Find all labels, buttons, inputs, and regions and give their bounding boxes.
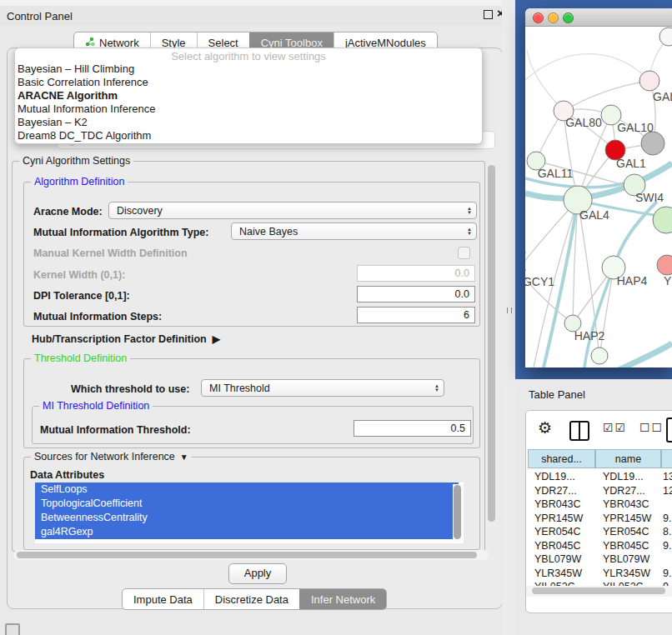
settings-horizontal-scrollbar[interactable] [13,550,489,560]
group-title: MI Threshold Definition [39,400,153,412]
mi-threshold-label: Mutual Information Threshold: [40,424,191,436]
group-title: Algorithm Definition [31,176,128,188]
network-node[interactable] [657,255,672,275]
group-title: Cyni Algorithm Settings [19,155,133,167]
table-row[interactable]: YDL19...YDL19...13 [526,470,672,484]
mi-steps-label: Mutual Information Steps: [33,311,162,322]
which-threshold-combo[interactable]: MI Threshold ▲▼ [201,379,444,397]
tab-impute-data[interactable]: Impute Data [123,589,203,609]
minimize-traffic-light[interactable] [548,12,559,23]
table-row[interactable]: YLR345WYLR345W9. [526,567,672,581]
attributes-scrollbar[interactable] [453,484,463,542]
table-row[interactable]: YBL079WYBL079W [526,552,672,567]
node-label: GCY1 [525,275,554,288]
stepper-icon: ▲▼ [467,228,472,236]
table-panel-title: Table Panel [529,388,585,401]
column-header-partial[interactable] [661,449,672,468]
table-row[interactable]: YPR145WYPR145W9. [526,512,672,526]
table-row[interactable]: YDR27...YDR27...12 [526,484,672,498]
column-header-name[interactable]: name [595,449,661,468]
node-label: HAP4 [617,274,648,288]
select-all-checkboxes-icon[interactable]: ☑☑ [603,421,627,434]
table-row[interactable]: YBR043CYBR043C [526,498,672,512]
attribute-item[interactable]: TopologicalCoefficient [35,497,459,511]
scrollbar-thumb[interactable] [488,165,495,522]
sources-title-toggle[interactable]: Sources for Network Inference▼ [31,451,192,462]
stepper-icon: ▲▼ [467,207,472,215]
table-row[interactable]: YIL052CYIL052C9. [526,580,672,586]
panel-divider[interactable] [502,0,515,635]
node-label: GAL1 [616,157,646,170]
network-node[interactable] [659,28,672,46]
tab-infer-network[interactable]: Infer Network [299,589,386,609]
hub-definition-toggle[interactable]: Hub/Transcription Factor Definition ▶ [32,333,220,345]
divider-handle[interactable] [507,308,512,313]
table-toolbar: ⚙ ☑☑ ☐☐ [526,411,672,449]
algorithm-option[interactable]: Dream8 DC_TDC Algorithm [18,129,151,142]
zoom-traffic-light[interactable] [563,12,574,23]
scrollbar-thumb[interactable] [532,588,665,594]
network-node[interactable] [641,132,664,155]
kernel-width-field[interactable]: 0.0 [357,265,475,282]
network-node[interactable] [591,348,608,364]
node-label: SWI4 [635,191,664,204]
manual-kernel-checkbox[interactable] [458,247,470,259]
tab-label: Impute Data [133,593,193,606]
table-panel: ⚙ ☑☑ ☐☐ shared... name YDL19...YDL19...1… [525,410,672,613]
network-node[interactable] [639,71,659,91]
network-node[interactable] [653,207,672,233]
tab-label: Infer Network [311,593,375,606]
scrollbar-thumb[interactable] [17,552,477,558]
dock-panel-icon[interactable] [5,623,20,635]
scrollbar-thumb[interactable] [454,485,461,539]
sources-title: Sources for Network Inference [34,451,175,462]
kernel-width-label: Kernel Width (0,1): [33,269,125,281]
manual-kernel-label: Manual Kernel Width Definition [33,248,188,259]
tab-label: Discretize Data [215,593,288,606]
column-header-shared-name[interactable]: shared... [528,449,595,468]
bottom-tabbar: Impute Data Discretize Data Infer Networ… [122,588,387,610]
algorithm-option[interactable]: Mutual Information Inference [18,102,155,116]
close-traffic-light[interactable] [533,12,544,23]
node-label: GAL11 [538,167,574,180]
dpi-tolerance-field[interactable]: 0.0 [357,286,475,302]
columns-icon[interactable] [569,421,589,441]
collapse-arrow-icon: ▼ [180,452,188,462]
node-label: GAL4 [579,208,609,222]
table-horizontal-scrollbar[interactable] [526,586,672,597]
network-window: GAL GAL80 GAL10 GAL1 GAL11 SWI4 GAL4 GCY… [525,8,672,368]
mi-threshold-field[interactable]: 0.5 [354,420,471,437]
algorithm-option-selected[interactable]: ARACNE Algorithm [18,89,118,102]
aracne-mode-combo[interactable]: Discovery ▲▼ [108,202,477,219]
table-row[interactable]: YBR045CYBR045C9. [526,539,672,553]
network-canvas[interactable]: GAL GAL80 GAL10 GAL1 GAL11 SWI4 GAL4 GCY… [525,26,672,368]
hub-definition-label: Hub/Transcription Factor Definition [32,333,207,345]
dropdown-placeholder: Select algorithm to view settings [15,50,482,62]
algorithm-option[interactable]: Bayesian – Hill Climbing [18,62,134,76]
node-label: GAL80 [565,116,602,129]
gear-icon[interactable]: ⚙ [538,418,552,438]
apply-button[interactable]: Apply [228,563,287,584]
node-label: GAL [653,90,672,103]
float-panel-icon[interactable] [484,10,493,19]
network-window-titlebar[interactable] [525,8,672,27]
node-label: Y [664,274,672,288]
data-attributes-list: SelfLoops TopologicalCoefficient Between… [35,482,464,543]
data-attributes-label: Data Attributes [30,469,104,481]
deselect-all-checkboxes-icon[interactable]: ☐☐ [639,421,664,434]
algorithm-option[interactable]: Basic Correlation Inference [18,76,148,89]
control-panel-titlebar[interactable]: Control Panel [0,6,515,26]
top-strip [0,0,515,6]
table-row[interactable]: YER054CYER054C8. [526,525,672,539]
mi-steps-field[interactable]: 6 [357,307,475,323]
mi-type-combo[interactable]: Naive Bayes ▲▼ [231,222,477,240]
mi-type-label: Mutual Information Algorithm Type: [33,227,208,238]
settings-vertical-scrollbar[interactable] [486,163,497,548]
attribute-item[interactable]: SelfLoops [35,482,459,497]
combo-value: Discovery [117,205,163,217]
attribute-item[interactable]: gal4RGexp [35,525,459,539]
export-table-icon[interactable] [666,418,672,442]
tab-discretize-data[interactable]: Discretize Data [203,589,299,609]
attribute-item[interactable]: BetweennessCentrality [35,511,459,525]
algorithm-option[interactable]: Bayesian – K2 [18,116,88,129]
